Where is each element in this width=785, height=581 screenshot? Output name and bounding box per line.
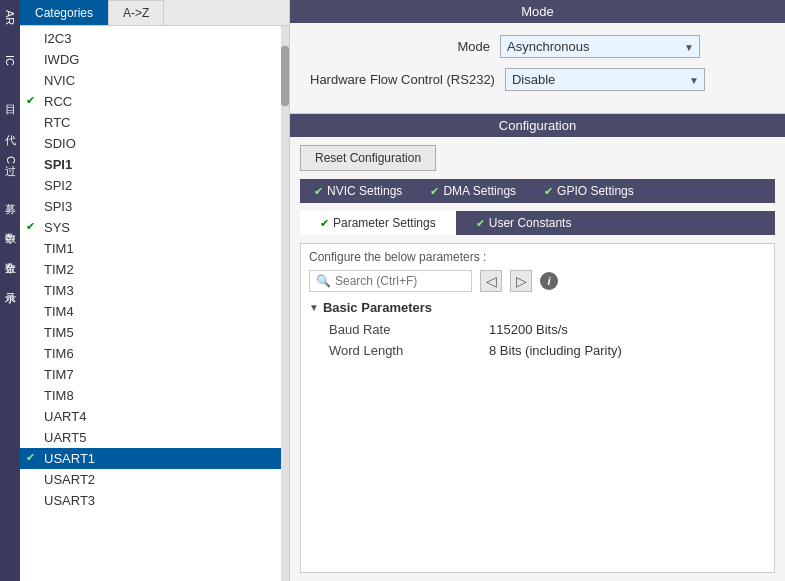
sidebar-scrollbar[interactable]: [281, 26, 289, 581]
sidebar-tab-bar: Categories A->Z: [20, 0, 289, 26]
param-name: Word Length: [329, 343, 489, 358]
sidebar-item-uart5[interactable]: UART5: [20, 427, 289, 448]
sidebar-scrollbar-thumb[interactable]: [281, 46, 289, 106]
chevron-icon: ▼: [309, 302, 319, 313]
sidebar-item-sys[interactable]: SYS: [20, 217, 289, 238]
search-icon: 🔍: [316, 274, 331, 288]
accent-label-ar: AR: [4, 10, 16, 25]
config-section-header: Configuration: [290, 114, 785, 137]
sidebar-item-uart4[interactable]: UART4: [20, 406, 289, 427]
sidebar-item-spi1[interactable]: SPI1: [20, 154, 289, 175]
sidebar-item-tim7[interactable]: TIM7: [20, 364, 289, 385]
tab-az[interactable]: A->Z: [108, 0, 164, 25]
sidebar-item-tim6[interactable]: TIM6: [20, 343, 289, 364]
prev-nav-button[interactable]: ◁: [480, 270, 502, 292]
sidebar-item-spi2[interactable]: SPI2: [20, 175, 289, 196]
tabs-row-2: ✔ Parameter Settings✔ User Constants: [300, 211, 775, 235]
tab-categories[interactable]: Categories: [20, 0, 108, 25]
param-row-word-length: Word Length8 Bits (including Parity): [309, 340, 766, 361]
accent-label-ic: IC: [4, 55, 16, 66]
hw-flow-form-row: Hardware Flow Control (RS232) Disable: [310, 68, 765, 91]
sidebar: Categories A->Z I2C3IWDGNVICRCCRTCSDIOSP…: [20, 0, 290, 581]
params-body: Configure the below parameters : 🔍 ◁ ▷ i…: [300, 243, 775, 573]
params-header: Configure the below parameters :: [309, 250, 766, 264]
sidebar-item-usart3[interactable]: USART3: [20, 490, 289, 511]
tabs-row-1: ✔ NVIC Settings✔ DMA Settings✔ GPIO Sett…: [300, 179, 775, 203]
next-nav-button[interactable]: ▷: [510, 270, 532, 292]
sidebar-item-i2c3[interactable]: I2C3: [20, 28, 289, 49]
tab-gpio-settings[interactable]: ✔ GPIO Settings: [530, 179, 648, 203]
search-row: 🔍 ◁ ▷ i: [309, 270, 766, 292]
info-button[interactable]: i: [540, 272, 558, 290]
hw-flow-label: Hardware Flow Control (RS232): [310, 72, 495, 87]
mode-label: Mode: [310, 39, 490, 54]
basic-params-header: ▼ Basic Parameters: [309, 300, 766, 315]
sidebar-item-rcc[interactable]: RCC: [20, 91, 289, 112]
hw-flow-select-wrapper: Disable: [505, 68, 705, 91]
left-accent: AR IC 目 代 过C 募 数中 数全 录示: [0, 0, 20, 581]
mode-select-wrapper: Asynchronous: [500, 35, 700, 58]
tab2-user-constants[interactable]: ✔ User Constants: [456, 211, 592, 235]
param-rows-container: Baud Rate115200 Bits/sWord Length8 Bits …: [309, 319, 766, 361]
sidebar-item-usart2[interactable]: USART2: [20, 469, 289, 490]
config-section: Configuration Reset Configuration ✔ NVIC…: [290, 114, 785, 581]
mode-select[interactable]: Asynchronous: [500, 35, 700, 58]
sidebar-item-spi3[interactable]: SPI3: [20, 196, 289, 217]
sidebar-item-tim3[interactable]: TIM3: [20, 280, 289, 301]
tab-dma-settings[interactable]: ✔ DMA Settings: [416, 179, 530, 203]
sidebar-item-tim5[interactable]: TIM5: [20, 322, 289, 343]
hw-flow-select[interactable]: Disable: [505, 68, 705, 91]
sidebar-item-rtc[interactable]: RTC: [20, 112, 289, 133]
sidebar-item-nvic[interactable]: NVIC: [20, 70, 289, 91]
tab-nvic-settings[interactable]: ✔ NVIC Settings: [300, 179, 416, 203]
tab2-parameter-settings[interactable]: ✔ Parameter Settings: [300, 211, 456, 235]
sidebar-item-tim4[interactable]: TIM4: [20, 301, 289, 322]
sidebar-item-tim2[interactable]: TIM2: [20, 259, 289, 280]
sidebar-item-iwdg[interactable]: IWDG: [20, 49, 289, 70]
sidebar-list: I2C3IWDGNVICRCCRTCSDIOSPI1SPI2SPI3SYSTIM…: [20, 26, 289, 581]
accent-label-5: 过C: [3, 156, 18, 164]
basic-params-label: Basic Parameters: [323, 300, 432, 315]
param-row-baud-rate: Baud Rate115200 Bits/s: [309, 319, 766, 340]
sidebar-item-tim1[interactable]: TIM1: [20, 238, 289, 259]
sidebar-item-tim8[interactable]: TIM8: [20, 385, 289, 406]
mode-section-header: Mode: [290, 0, 785, 23]
sidebar-item-usart1[interactable]: USART1: [20, 448, 289, 469]
config-body: Reset Configuration ✔ NVIC Settings✔ DMA…: [290, 137, 785, 581]
search-box: 🔍: [309, 270, 472, 292]
mode-form-row: Mode Asynchronous: [310, 35, 765, 58]
sidebar-items-container: I2C3IWDGNVICRCCRTCSDIOSPI1SPI2SPI3SYSTIM…: [20, 28, 289, 511]
param-name: Baud Rate: [329, 322, 489, 337]
search-input[interactable]: [335, 274, 465, 288]
param-value: 115200 Bits/s: [489, 322, 568, 337]
mode-body: Mode Asynchronous Hardware Flow Control …: [290, 23, 785, 113]
main-content: Mode Mode Asynchronous Hardware Flow Con…: [290, 0, 785, 581]
param-value: 8 Bits (including Parity): [489, 343, 622, 358]
sidebar-item-sdio[interactable]: SDIO: [20, 133, 289, 154]
mode-section: Mode Mode Asynchronous Hardware Flow Con…: [290, 0, 785, 114]
reset-configuration-button[interactable]: Reset Configuration: [300, 145, 436, 171]
